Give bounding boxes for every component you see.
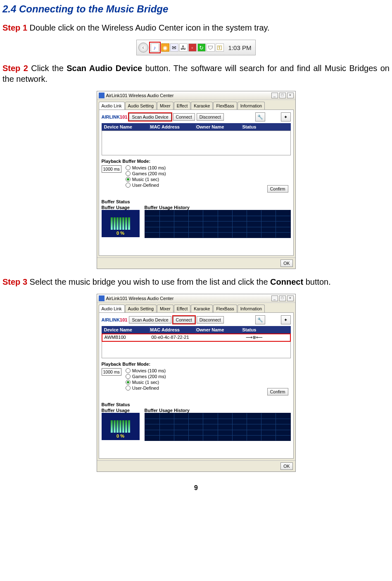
buffer-history-chart (145, 210, 291, 238)
star-icon-button[interactable]: ✦ (281, 315, 291, 324)
tab-audio-setting[interactable]: Audio Setting (125, 305, 157, 312)
brand-logo: AIRLINK101 (102, 114, 128, 119)
device-row[interactable]: AWMB100 00-e0-4c-87-22-21 ⟶⊗⟵ (102, 334, 290, 341)
device-status-cell: ⟶⊗⟵ (243, 334, 290, 341)
tray-icon-key[interactable]: ⚿ (216, 43, 224, 52)
radio-user-defined[interactable]: User-Defined (126, 183, 166, 188)
tab-audio-link[interactable]: Audio Link (99, 305, 125, 312)
radio-games[interactable]: Games (200 ms) (126, 374, 166, 379)
tab-audio-setting[interactable]: Audio Setting (125, 102, 157, 110)
star-icon-button[interactable]: ✦ (281, 112, 291, 121)
tray-clock: 1:03 PM (228, 44, 252, 51)
tab-audio-link[interactable]: Audio Link (99, 102, 125, 110)
wrench-icon-button[interactable]: 🔧 (255, 112, 265, 121)
playback-buffer-label: Playback Buffer Mode: (102, 362, 291, 367)
window-minimize-button[interactable]: _ (271, 93, 278, 98)
buffer-usage-label: Buffer Usage (102, 205, 140, 210)
app-window-scan: AirLink101 Wireless Audio Center _ □ × A… (97, 91, 296, 269)
window-maximize-button[interactable]: □ (279, 93, 286, 98)
system-tray: ‹ ♪ ◉ ✉ 🖧 ◦ ↻ 🛡 ⚿ 1:03 PM (136, 40, 256, 55)
radio-movies-label: Movies (100 ms) (132, 368, 166, 373)
tab-flexbass[interactable]: FlexBass (213, 305, 237, 312)
radio-music[interactable]: Music (1 sec) (126, 177, 166, 182)
highlight-box: ♪ (149, 42, 161, 53)
app-logo-icon (99, 295, 105, 301)
window-title: AirLink101 Wireless Audio Center (106, 93, 174, 98)
tab-karaoke[interactable]: Karaoke (191, 102, 213, 110)
page-number: 9 (2, 484, 390, 492)
device-list[interactable] (102, 131, 291, 155)
tray-icon-shield[interactable]: 🛡 (207, 43, 215, 52)
ok-button[interactable]: OK (280, 462, 292, 470)
window-close-button[interactable]: × (287, 295, 294, 301)
radio-movies-label: Movies (100 ms) (132, 165, 166, 170)
radio-games-label: Games (200 ms) (132, 171, 166, 176)
col-device-name: Device Name (104, 327, 150, 332)
scan-audio-device-button[interactable]: Scan Audio Device (129, 113, 171, 121)
col-mac: MAC Address (150, 327, 196, 332)
buffer-pct: 0 % (116, 433, 124, 438)
buffer-status-label: Buffer Status (102, 402, 291, 407)
device-list-header: Device Name MAC Address Owner Name Statu… (102, 326, 291, 333)
radio-games[interactable]: Games (200 ms) (126, 171, 166, 176)
window-title: AirLink101 Wireless Audio Center (106, 296, 174, 301)
tray-icon-mail[interactable]: ✉ (170, 43, 178, 52)
buffer-history-chart (145, 413, 291, 441)
tab-effect[interactable]: Effect (174, 305, 191, 312)
scan-audio-device-button[interactable]: Scan Audio Device (129, 316, 171, 324)
disconnect-button[interactable]: Disconnect (197, 316, 224, 324)
connect-button[interactable]: Connect (173, 316, 195, 324)
step2-paragraph: Step 2 Click the Scan Audio Device butto… (2, 63, 390, 84)
buffer-history-label: Buffer Usage History (145, 205, 291, 210)
col-owner: Owner Name (196, 327, 242, 332)
app-window-connect: AirLink101 Wireless Audio Center _ □ × A… (97, 294, 296, 472)
app-logo-icon (99, 93, 105, 98)
window-minimize-button[interactable]: _ (271, 295, 278, 301)
window-close-button[interactable]: × (287, 93, 294, 98)
step1-text: Double click on the Wireless Audio Cente… (27, 23, 270, 32)
confirm-button[interactable]: Confirm (267, 388, 288, 395)
device-mac-cell: 00-e0-4c-87-22-21 (149, 334, 196, 341)
disconnect-button[interactable]: Disconnect (197, 113, 224, 121)
tray-chevron-icon[interactable]: ‹ (138, 43, 148, 52)
tab-flexbass[interactable]: FlexBass (213, 102, 237, 110)
tab-mixer[interactable]: Mixer (157, 305, 173, 312)
tray-icon-red[interactable]: ◦ (188, 43, 197, 52)
buffer-history-label: Buffer Usage History (145, 408, 291, 413)
device-name-cell: AWMB100 (102, 334, 149, 341)
tab-information[interactable]: Information (238, 102, 265, 110)
audio-center-tray-icon[interactable]: ♪ (151, 43, 159, 52)
col-device-name: Device Name (104, 124, 150, 129)
radio-movies[interactable]: Movies (100 ms) (126, 165, 166, 170)
step2-bold: Scan Audio Device (67, 64, 142, 73)
connect-button[interactable]: Connect (173, 113, 195, 121)
playback-buffer-label: Playback Buffer Mode: (102, 159, 291, 164)
tray-icon-refresh[interactable]: ↻ (197, 43, 206, 52)
buffer-usage-gauge: 0 % (102, 210, 140, 237)
tab-karaoke[interactable]: Karaoke (191, 305, 213, 312)
radio-movies[interactable]: Movies (100 ms) (126, 368, 166, 373)
confirm-button[interactable]: Confirm (267, 185, 288, 193)
ok-button[interactable]: OK (280, 260, 292, 267)
panel-audio-link: AIRLINK101 Scan Audio Device Connect Dis… (99, 312, 294, 459)
step2-pre: Click the (28, 64, 67, 73)
wrench-icon-button[interactable]: 🔧 (255, 315, 265, 324)
window-maximize-button[interactable]: □ (279, 295, 286, 301)
tab-strip: Audio Link Audio Setting Mixer Effect Ka… (97, 100, 295, 110)
status-disconnected-icon: ⟶⊗⟵ (246, 335, 263, 340)
systray-figure: ‹ ♪ ◉ ✉ 🖧 ◦ ↻ 🛡 ⚿ 1:03 PM (2, 40, 390, 55)
radio-user-defined[interactable]: User-Defined (126, 386, 166, 391)
col-mac: MAC Address (150, 124, 196, 129)
tab-mixer[interactable]: Mixer (157, 102, 173, 110)
tab-effect[interactable]: Effect (174, 102, 191, 110)
tab-information[interactable]: Information (238, 305, 265, 312)
radio-music[interactable]: Music (1 sec) (126, 380, 166, 385)
device-list[interactable]: AWMB100 00-e0-4c-87-22-21 ⟶⊗⟵ (102, 333, 291, 358)
radio-music-label: Music (1 sec) (132, 177, 159, 182)
buffer-status-label: Buffer Status (102, 199, 291, 204)
radio-music-label: Music (1 sec) (132, 380, 159, 385)
tray-icon-network[interactable]: 🖧 (179, 43, 188, 52)
step3-paragraph: Step 3 Select the music bridge you wish … (2, 276, 390, 287)
step3-bold: Connect (270, 277, 303, 286)
tray-icon-orange[interactable]: ◉ (161, 43, 169, 52)
